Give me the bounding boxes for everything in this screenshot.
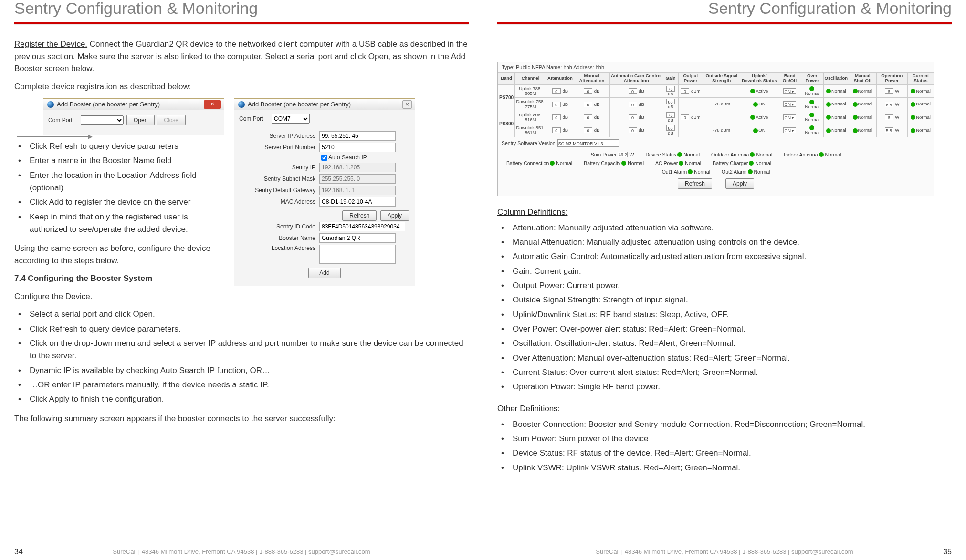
complete-reg-text: Complete device registration as describe…: [14, 81, 469, 93]
comport-select[interactable]: [81, 115, 124, 125]
otherdef-head: Other Definitions:: [497, 404, 952, 414]
summary-table: BandChannelAttenuationManual Attenuation…: [498, 72, 934, 137]
list-item: Enter the location in the Location Addre…: [16, 169, 224, 195]
title-rule: [14, 22, 469, 24]
summary-tbody: PS700Uplink 788-805M0 dB0 dB0 dB76 dB0 d…: [498, 84, 934, 137]
globe-icon: [238, 101, 245, 108]
footer-right: SureCall | 48346 Milmont Drive, Fremont …: [483, 548, 966, 555]
title-rule: [497, 22, 952, 24]
list-item: Attenuation: Manually adjusted attenuati…: [499, 222, 952, 234]
coldef-head: Column Definitions:: [497, 207, 952, 217]
summary-top: Type: Public NFPA Name: hhh Address: hhh: [498, 62, 934, 72]
register-text: Register the Device. Connect the Guardia…: [14, 38, 469, 75]
globe-icon: [47, 101, 54, 108]
status-led-icon: [819, 152, 824, 157]
summary-refresh-button[interactable]: Refresh: [678, 178, 712, 189]
using-same-text: Using the same screen as before, configu…: [14, 242, 224, 267]
list-coldef: Attenuation: Manually adjusted attenuati…: [497, 222, 952, 394]
location-address-input[interactable]: [319, 245, 396, 264]
close-button[interactable]: Close: [157, 115, 186, 125]
booster-name-input[interactable]: [319, 233, 396, 243]
add-booster-dialog-small: Add Booster (one booster per Sentry) × C…: [43, 98, 224, 135]
list-item: Click Refresh to query device parameters: [16, 140, 224, 153]
dialog-title-2: Add Booster (one booster per Sentry) ×: [234, 99, 415, 110]
status-led-icon: [550, 161, 555, 166]
list-item: Keep in mind that only the registered us…: [16, 211, 224, 236]
summary-apply-button[interactable]: Apply: [725, 178, 754, 189]
table-row: Downlink 758-775M0 dB0 dB0 dB80 dB-78 dB…: [498, 98, 934, 111]
register-head: Register the Device.: [14, 40, 87, 49]
table-row: PS800Uplink 806-816M0 dB0 dB0 dB76 dB0 d…: [498, 111, 934, 124]
list-item: Device Status: RF status of the device. …: [499, 447, 952, 459]
list-item: Click Refresh to query device parameters…: [16, 323, 469, 335]
section-7-4-head: 7.4 Configuring the Booster System: [14, 272, 224, 285]
sentry-ip-input: [319, 163, 396, 172]
page-number-right: 35: [943, 548, 952, 556]
server-ip-input[interactable]: [319, 131, 396, 141]
subnet-input: [319, 174, 396, 184]
list-item: Uplink VSWR: Uplink VSWR status. Red=Ale…: [499, 462, 952, 474]
summary-header-row: BandChannelAttenuationManual Attenuation…: [498, 73, 934, 85]
version-input: SC M3-MONITOR V1.3: [557, 139, 620, 147]
id-input[interactable]: [319, 222, 405, 231]
page-number-left: 34: [14, 548, 23, 556]
status-led-icon: [621, 161, 626, 166]
list-configure-steps: Select a serial port and click Open.Clic…: [14, 308, 469, 405]
list-item: Manual Attenuation: Manually adjusted at…: [499, 236, 952, 249]
list-item: Outside Signal Strength: Strength of inp…: [499, 294, 952, 306]
apply-button[interactable]: Apply: [380, 210, 409, 221]
list-item: Over Power: Over-power alert status: Red…: [499, 323, 952, 335]
list-item: Oscillation: Oscillation-alert status: R…: [499, 337, 952, 350]
status-led-icon: [679, 161, 683, 166]
list-item: Current Status: Over-current alert statu…: [499, 366, 952, 379]
status-led-icon: [748, 169, 753, 174]
list-item: Click Add to register the device on the …: [16, 196, 224, 208]
table-row: Downlink 851-861M0 dB0 dB0 dB80 dB-78 dB…: [498, 124, 934, 137]
refresh-button[interactable]: Refresh: [342, 210, 377, 221]
following-text: The following summary screen appears if …: [14, 413, 469, 425]
list-item: Enter a name in the Booster Name field: [16, 155, 224, 167]
list-item: …OR enter IP parameters manually, if the…: [16, 379, 469, 391]
summary-panel: Type: Public NFPA Name: hhh Address: hhh…: [497, 62, 934, 196]
list-item: Automatic Gain Control: Automatically ad…: [499, 250, 952, 263]
mac-input[interactable]: [319, 197, 396, 207]
status-led-icon: [688, 169, 693, 174]
footer-left: 34 SureCall | 48346 Milmont Drive, Fremo…: [0, 548, 483, 555]
list-otherdef: Booster Connection: Booster and Sentry m…: [497, 418, 952, 474]
dialog-title: Add Booster (one booster per Sentry) ×: [43, 99, 224, 110]
comport-select-2[interactable]: COM7: [272, 114, 310, 124]
gateway-input: [319, 186, 396, 195]
configure-head: Configure the Device.: [14, 290, 224, 303]
list-item: Operation Power: Single RF band power.: [499, 381, 952, 393]
list-item: Dynamic IP is available by checking Auto…: [16, 364, 469, 377]
server-port-input[interactable]: [319, 143, 396, 152]
open-button[interactable]: Open: [126, 115, 155, 125]
list-item: Over Attenuation: Manual over-attenuatio…: [499, 352, 952, 364]
list-register-steps: Click Refresh to query device parameters…: [14, 140, 224, 236]
list-item: Output Power: Current power.: [499, 280, 952, 292]
autosearch-checkbox[interactable]: [321, 155, 327, 161]
status-led-icon: [677, 152, 682, 157]
close-icon[interactable]: ×: [204, 100, 221, 109]
add-button[interactable]: Add: [308, 268, 340, 278]
list-item: Sum Power: Sum power of the device: [499, 433, 952, 445]
arrow-icon: [17, 136, 89, 137]
list-item: Booster Connection: Booster and Sentry m…: [499, 418, 952, 431]
list-item: Select a serial port and click Open.: [16, 308, 469, 321]
list-item: Click on the drop-down menu and select a…: [16, 337, 469, 363]
add-booster-dialog-tall: Add Booster (one booster per Sentry) × C…: [234, 98, 415, 286]
table-row: PS700Uplink 788-805M0 dB0 dB0 dB76 dB0 d…: [498, 84, 934, 97]
list-item: Gain: Current gain.: [499, 265, 952, 278]
list-item: Uplink/Downlink Status: RF band status: …: [499, 309, 952, 321]
page-title-left: Sentry Configuration & Monitoring: [14, 0, 469, 18]
list-item: Click Apply to finish the configuration.: [16, 393, 469, 405]
status-led-icon: [750, 152, 755, 157]
comport-label: Com Port: [48, 117, 77, 124]
status-led-icon: [749, 161, 754, 166]
page-title-right: Sentry Configuration & Monitoring: [497, 0, 952, 18]
close-icon[interactable]: ×: [402, 100, 412, 109]
